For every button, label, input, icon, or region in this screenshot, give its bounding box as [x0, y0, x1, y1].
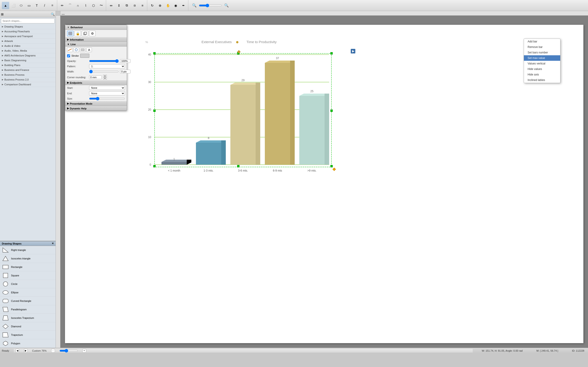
pen-btn[interactable]: ✏ [59, 2, 66, 9]
shape-item-curved-rectangle[interactable]: Curved Rectangle [0, 297, 56, 305]
pan-btn[interactable]: ✋ [164, 2, 172, 9]
ctx-values-vertical[interactable]: Values vertical [524, 61, 560, 66]
nav-prev-btn[interactable]: ◀ [16, 349, 19, 352]
sidebar-search-input[interactable] [1, 18, 55, 23]
sidebar-item-business-process[interactable]: ▶ Business Process [0, 73, 56, 77]
handle-ml[interactable] [153, 110, 156, 112]
sidebar-item-comparison[interactable]: ▶ Comparison Dashboard [0, 82, 56, 87]
ctx-set-bars-number[interactable]: Set bars number [524, 50, 560, 55]
ctx-remove-bar[interactable]: Remove bar [524, 44, 560, 50]
shape-item-ellipse[interactable]: Ellipse [0, 288, 56, 297]
sidebar-item-building[interactable]: ▶ Building Plans [0, 63, 56, 68]
align-btn[interactable]: ≡ [139, 2, 146, 9]
handle-bl[interactable] [153, 165, 156, 167]
stepper-down-btn[interactable]: ▼ [103, 77, 107, 80]
bezier-btn[interactable]: ⌒ [66, 2, 74, 9]
sidebar-item-aerospace[interactable]: ▶ Aerospace and Transport [0, 34, 56, 39]
select-tool-btn[interactable]: ▲ [2, 2, 9, 9]
ctx-add-bar[interactable]: Add bar [524, 39, 560, 44]
sidebar-item-business-process-2[interactable]: ▶ Business Process 2,0 [0, 77, 56, 82]
polygon-btn[interactable]: ⬡ [90, 2, 97, 9]
handle-tl[interactable] [153, 52, 156, 54]
shape-item-trapezium[interactable]: Trapezium [0, 331, 56, 339]
endpoint-size-slider[interactable] [89, 97, 125, 100]
ellipse-tool-btn[interactable]: ⬭ [17, 2, 25, 9]
zoom-out-btn[interactable]: 🔍 [191, 2, 198, 9]
text-tool-btn[interactable]: T [33, 2, 40, 9]
ctx-hide-values[interactable]: Hide values [524, 66, 560, 72]
shape-item-square[interactable]: Square [0, 271, 56, 280]
zoom-decrease-btn[interactable]: - [51, 349, 55, 352]
pattern-select[interactable]: 1: 2: 3: [89, 64, 125, 68]
handle-diamond-br[interactable] [333, 168, 336, 171]
shape-item-isosceles-triangle[interactable]: Isosceles triangle [0, 254, 56, 263]
freehand-btn[interactable]: 〜 [98, 2, 105, 9]
arc-btn[interactable]: ∩ [74, 2, 82, 9]
shape-item-isosceles-trapezium[interactable]: Isosceles Trapezium [0, 314, 56, 322]
dynamic-help-header[interactable]: ▶ Dynamic Help [65, 106, 127, 111]
ungroup-btn[interactable]: ⧈ [131, 2, 138, 9]
handle-tr[interactable] [330, 52, 333, 54]
sidebar-item-accounting[interactable]: ▶ Accounting Flowcharts [0, 29, 56, 34]
shape-item-rectangle[interactable]: Rectangle [0, 263, 56, 271]
sidebar-item-audio-video-media[interactable]: ▶ Audio, Video, Media [0, 48, 56, 53]
behaviour-icon-lock[interactable]: 🔒 [74, 31, 81, 36]
handle-br[interactable] [330, 165, 333, 167]
sidebar-item-drawing-shapes[interactable]: ▶ Drawing Shapes [0, 24, 56, 29]
corner-rounding-value[interactable] [89, 75, 102, 79]
chart-info-btn[interactable]: ▶ [351, 49, 355, 53]
bottom-zoom-slider[interactable] [60, 349, 78, 352]
line-style-icon-4[interactable]: A [86, 48, 92, 52]
sidebar-item-artwork[interactable]: ▶ Artwork [0, 39, 56, 44]
polyline-btn[interactable]: ⌇ [82, 2, 89, 9]
information-section-header[interactable]: ▶ Information [65, 37, 127, 42]
handle-bc[interactable] [237, 165, 239, 167]
line-style-icon-2[interactable] [73, 48, 79, 52]
rounded-rect-btn[interactable]: ▭ [25, 2, 33, 9]
ctx-inclined-labels[interactable]: Inclined lables [524, 77, 560, 83]
canvas-main[interactable]: ▼ Behaviour 🔒 ⚙ [61, 16, 588, 348]
opacity-slider[interactable] [89, 59, 119, 63]
flip-v-btn[interactable]: ⇕ [115, 2, 123, 9]
stepper-up-btn[interactable]: ▲ [103, 75, 107, 77]
stroke-color-swatch[interactable] [80, 54, 89, 58]
shape-item-right-triangle[interactable]: Right triangle [0, 246, 56, 254]
opacity-value[interactable] [120, 59, 130, 63]
endpoints-section-header[interactable]: ▶ Endpoints [65, 80, 127, 85]
end-select[interactable]: None Arrow Circle [89, 91, 125, 95]
shape-item-parallelogram[interactable]: Parallelogram [0, 305, 56, 314]
flip-h-btn[interactable]: ⇔ [107, 2, 115, 9]
start-select[interactable]: None Arrow Circle [89, 86, 125, 90]
corner-rounding-stepper[interactable]: ▲ ▼ [103, 75, 107, 80]
nav-next-btn[interactable]: ▶ [24, 349, 27, 352]
stroke-checkbox[interactable] [67, 54, 70, 57]
shape-item-polygon[interactable]: Polygon [0, 339, 56, 348]
eyedrop-btn[interactable]: ✒ [180, 2, 187, 9]
sidebar-item-audio-video[interactable]: ▶ Audio & Video [0, 44, 56, 48]
behaviour-icon-copy[interactable] [82, 31, 88, 36]
width-slider[interactable] [89, 70, 119, 73]
sidebar-item-basic[interactable]: ▶ Basic Diagramming [0, 58, 56, 63]
shape-item-circle[interactable]: Circle [0, 280, 56, 288]
camera-btn[interactable]: ◉ [172, 2, 179, 9]
line-style-icon-3[interactable] [80, 48, 86, 52]
zoom-fit-btn[interactable]: ⊕ [156, 2, 164, 9]
line-style-icon-1[interactable] [67, 48, 73, 52]
close-icon[interactable]: ✕ [52, 242, 54, 245]
refresh-btn[interactable]: ↻ [149, 2, 156, 9]
ctx-hide-axis[interactable]: Hide axis [524, 72, 560, 77]
behaviour-icon-settings[interactable]: ⚙ [89, 31, 95, 36]
line-section-header[interactable]: ▼ Line [65, 42, 127, 47]
sidebar-item-aws[interactable]: ▶ AWS Architecture Diagrams [0, 53, 56, 58]
line-tool-btn[interactable]: / [41, 2, 48, 9]
width-value[interactable] [120, 70, 130, 73]
zoom-slider[interactable] [199, 4, 222, 7]
group-btn[interactable]: ⧉ [123, 2, 130, 9]
sidebar-item-business-finance[interactable]: ▶ Business and Finance [0, 68, 56, 73]
presentation-mode-header[interactable]: ▶ Presentation Mode [65, 101, 127, 106]
ctx-set-max-value[interactable]: Set max value [524, 55, 560, 61]
handle-mr[interactable] [330, 110, 333, 112]
behaviour-icon-select[interactable] [67, 31, 73, 36]
rect-tool-btn[interactable]: ⬜ [10, 2, 17, 9]
shape-item-diamond[interactable]: Diamond [0, 322, 56, 331]
